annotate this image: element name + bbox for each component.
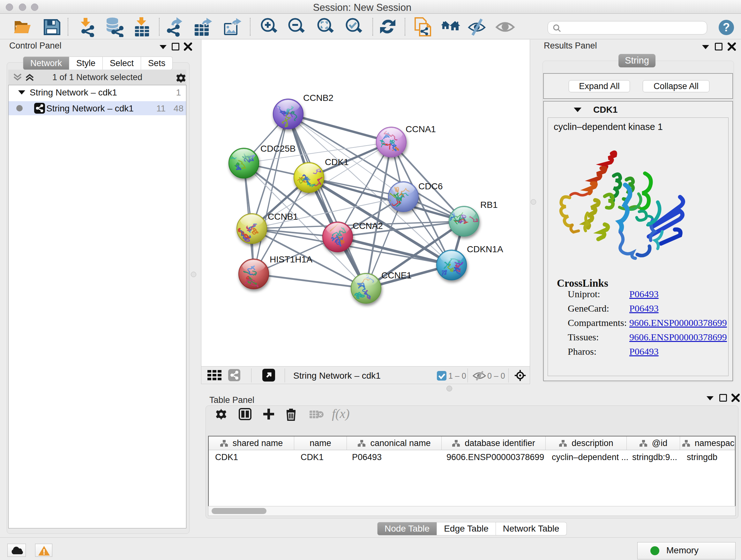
svg-text:CDKN1A: CDKN1A <box>467 244 503 254</box>
svg-text:CCNB1: CCNB1 <box>268 212 298 222</box>
svg-text:RB1: RB1 <box>480 200 497 210</box>
svg-text:CDC6: CDC6 <box>418 181 443 191</box>
svg-text:CCNB2: CCNB2 <box>303 93 333 103</box>
svg-text:HIST1H1A: HIST1H1A <box>270 254 313 264</box>
svg-text:CDC25B: CDC25B <box>260 144 295 153</box>
svg-text:CCNE1: CCNE1 <box>381 270 412 280</box>
svg-text:CDK1: CDK1 <box>325 157 349 167</box>
svg-text:CCNA2: CCNA2 <box>353 221 383 231</box>
svg-text:CCNA1: CCNA1 <box>406 124 436 134</box>
